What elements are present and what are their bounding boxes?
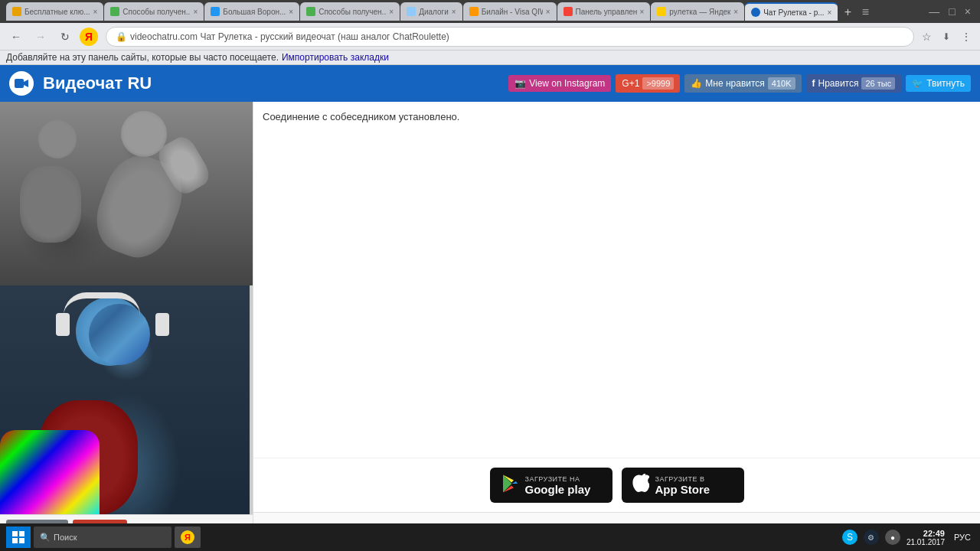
tab-close-5[interactable]: × [452,8,456,16]
appstore-small: Загрузите в [655,475,710,483]
tab-favicon-2 [110,7,119,16]
chat-area[interactable]: Соединение с собеседником установлено. [253,102,980,458]
search-icon: 🔍 [40,533,51,543]
star-icon[interactable]: ☆ [919,29,934,44]
tab-4[interactable]: Способы получен... × [300,2,400,21]
tab-3[interactable]: Большая Ворон... × [204,2,299,21]
tab-list-button[interactable]: ≡ [858,4,873,21]
browser-logo: Я [80,28,98,46]
local-video [0,285,253,514]
site-logo-text: Видеочат RU [43,73,152,93]
tab-9-active[interactable]: Чат Рулетка - р... × [745,2,838,21]
tab-close-1[interactable]: × [93,8,98,16]
svg-rect-5 [19,538,24,543]
taskbar: 🔍 Поиск Я S ⚙ ● 22:49 21.01.2017 РУС [0,523,980,551]
vk-button[interactable]: 👍 Мне нравится 410K [684,74,801,93]
gplus-button[interactable]: G+1 >9999 [616,74,680,93]
tab-2[interactable]: Способы получен... × [104,2,204,21]
twitter-label: Твитнуть [926,78,965,89]
instagram-label: View on Instagram [529,78,605,89]
tab-close-6[interactable]: × [546,8,550,16]
svg-rect-2 [12,531,18,536]
tab-label-6: Билайн - Visa QIW... [482,8,543,16]
svg-marker-1 [24,80,28,87]
refresh-button[interactable]: ↻ [55,27,75,47]
person1-body [20,166,81,243]
minimize-button[interactable]: — [926,5,942,18]
tab-favicon-6 [469,7,479,16]
fb-count: 26 тыс [861,77,895,90]
left-panel: ДАЛЕЕ СТОП Сообщить о нарушении [0,102,253,549]
app-store-row: ЗАГРУЗИТЕ НА Google play Загрузите в App… [253,458,980,512]
instagram-button[interactable]: 📷 View on Instagram [508,75,611,92]
tab-8[interactable]: рулетка — Яндек... × [651,2,744,21]
forward-button[interactable]: → [31,27,51,47]
address-bar[interactable]: 🔒 videochatru.com Чат Рулетка - русский … [106,27,914,47]
vk-icon: 👍 [691,78,702,89]
fb-button[interactable]: f Нравится 26 тыс [806,74,902,93]
download-icon[interactable]: ⬇ [939,29,954,44]
site-header: Видеочат RU 📷 View on Instagram G+1 >999… [0,65,980,102]
headphone-left [56,313,70,336]
svg-rect-4 [12,538,18,543]
tab-favicon-1 [12,7,21,16]
tab-favicon-9 [751,8,760,17]
steam-icon[interactable]: ⚙ [864,530,879,545]
headphone-right [155,313,169,336]
lock-icon: 🔒 [116,31,127,42]
maximize-button[interactable]: □ [946,5,958,18]
fb-icon: f [812,78,815,89]
clock-date: 21.01.2017 [906,538,945,546]
language-indicator: РУС [951,533,974,542]
system-clock: 22:49 21.01.2017 [906,529,945,546]
remote-video [0,102,253,285]
google-play-icon [501,474,519,497]
import-bookmarks-link[interactable]: Импортировать закладки [282,52,389,63]
google-play-text: ЗАГРУЗИТЕ НА Google play [525,475,591,496]
google-play-big: Google play [525,483,591,496]
google-play-badge[interactable]: ЗАГРУЗИТЕ НА Google play [490,468,612,503]
tab-label-9: Чат Рулетка - р... [763,8,824,17]
tab-1[interactable]: Бесплатные клю... × [6,2,103,21]
tab-favicon-3 [211,7,220,16]
start-button[interactable] [6,527,31,548]
tab-label-8: рулетка — Яндек... [669,8,730,16]
tab-close-4[interactable]: × [389,8,394,16]
clock-time: 22:49 [923,529,945,538]
tab-close-2[interactable]: × [194,8,198,16]
tab-label-2: Способы получен... [122,8,190,16]
url-path: Чат Рулетка - русский видеочат (наш анал… [200,31,449,42]
tab-6[interactable]: Билайн - Visa QIW... × [463,2,557,21]
tab-7[interactable]: Панель управлен... × [557,2,651,21]
gplus-label: G+1 [622,78,639,89]
svg-rect-0 [15,79,24,88]
taskbar-browser[interactable]: Я [175,527,201,548]
other-icon[interactable]: ● [885,530,900,545]
window-controls: — □ × [926,5,974,18]
tab-5[interactable]: Диалоги × [400,2,462,21]
tab-close-8[interactable]: × [733,8,738,16]
taskbar-search[interactable]: 🔍 Поиск [34,527,172,548]
tab-close-3[interactable]: × [289,8,293,16]
vk-count: 410K [768,77,795,90]
tab-favicon-8 [657,7,666,16]
google-play-small: ЗАГРУЗИТЕ НА [525,475,591,483]
new-tab-button[interactable]: + [838,4,857,21]
apple-icon [632,474,649,497]
windows-icon [12,531,24,543]
tab-label-5: Диалоги [419,8,449,16]
chat-connection-message: Соединение с собеседником установлено. [263,111,971,122]
menu-icon[interactable]: ⋮ [959,29,974,44]
appstore-badge[interactable]: Загрузите в App Store [622,468,744,503]
tab-favicon-5 [407,7,416,16]
skype-icon[interactable]: S [842,530,858,545]
search-label: Поиск [54,533,77,542]
close-button[interactable]: × [962,5,974,18]
tab-close-9[interactable]: × [828,8,832,17]
video-camera-icon [14,76,29,91]
tab-close-7[interactable]: × [640,8,645,16]
right-panel: Соединение с собеседником установлено. [253,102,980,549]
twitter-button[interactable]: 🐦 Твитнуть [906,75,971,92]
back-button[interactable]: ← [6,27,26,47]
tab-favicon-4 [306,7,315,16]
